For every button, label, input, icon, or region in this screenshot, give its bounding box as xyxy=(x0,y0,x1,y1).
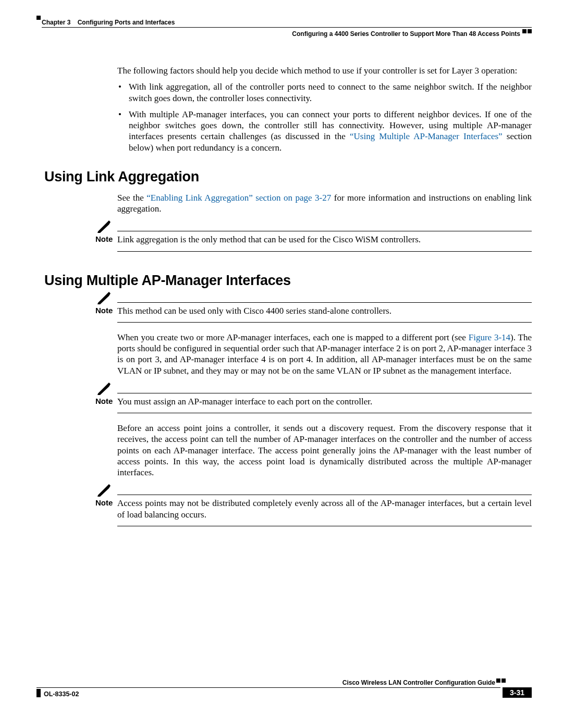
note-rule xyxy=(117,322,532,323)
section-title: Configuring a 4400 Series Controller to … xyxy=(292,30,520,38)
cross-reference-link[interactable]: Figure 3-14 xyxy=(469,332,510,342)
footer-square-icon xyxy=(501,678,506,683)
la-pre: See the xyxy=(117,193,146,203)
intro-paragraph: The following factors should help you de… xyxy=(117,65,532,76)
note-rule xyxy=(117,302,532,303)
note-rule xyxy=(117,231,532,231)
page-header: Chapter 3 Configuring Ports and Interfac… xyxy=(36,16,532,47)
note-rule xyxy=(117,393,532,393)
note-rule xyxy=(117,526,532,526)
footer-guide-title: Cisco Wireless LAN Controller Configurat… xyxy=(342,679,495,686)
la-paragraph: See the “Enabling Link Aggregation” sect… xyxy=(117,192,532,215)
note-label: Note xyxy=(95,235,113,243)
note-block: Note Link aggregation is the only method… xyxy=(44,226,532,251)
header-square-icon xyxy=(528,29,532,33)
pencil-icon xyxy=(96,381,111,395)
note-label: Note xyxy=(95,397,113,405)
footer-marker xyxy=(36,689,41,697)
list-item: With link aggregation, all of the contro… xyxy=(117,81,532,104)
pencil-icon xyxy=(96,291,111,304)
pencil-icon xyxy=(96,483,111,497)
chapter-line: Chapter 3 Configuring Ports and Interfac… xyxy=(42,19,175,26)
note-label: Note xyxy=(95,306,113,315)
note-rule xyxy=(117,495,532,495)
chapter-title: Configuring Ports and Interfaces xyxy=(78,19,175,26)
header-rule xyxy=(42,27,532,28)
header-marker xyxy=(36,16,41,20)
note-text: Link aggregation is the only method that… xyxy=(117,226,532,248)
note-label: Note xyxy=(95,498,113,507)
page-number-badge: 3-31 xyxy=(503,687,532,698)
note-text: You must assign an AP-manager interface … xyxy=(117,388,532,410)
note-text: This method can be used only with Cisco … xyxy=(117,297,532,319)
note-block: Note Access points may not be distribute… xyxy=(44,489,532,526)
cross-reference-link[interactable]: “Using Multiple AP-Manager Interfaces” xyxy=(350,131,503,141)
apm1-pre: When you create two or more AP-manager i… xyxy=(117,332,469,342)
note-rule xyxy=(117,413,532,413)
note-block: Note You must assign an AP-manager inter… xyxy=(44,388,532,413)
chapter-label: Chapter 3 xyxy=(42,19,70,26)
note-rule xyxy=(117,251,532,252)
header-square-icon xyxy=(522,29,527,33)
page-footer: Cisco Wireless LAN Controller Configurat… xyxy=(36,681,532,707)
cross-reference-link[interactable]: “Enabling Link Aggregation” section on p… xyxy=(146,193,331,203)
bullet-text: With link aggregation, all of the contro… xyxy=(129,82,532,103)
apm-paragraph-1: When you create two or more AP-manager i… xyxy=(117,332,532,376)
heading-using-link-aggregation: Using Link Aggregation xyxy=(44,169,532,185)
footer-rule xyxy=(36,687,500,688)
page-number: 3-31 xyxy=(510,688,524,697)
pencil-icon xyxy=(96,219,111,233)
list-item: With multiple AP-manager interfaces, you… xyxy=(117,109,532,153)
factor-list: With link aggregation, all of the contro… xyxy=(117,81,532,153)
footer-doc-number: OL-8335-02 xyxy=(44,690,79,698)
note-block: Note This method can be used only with C… xyxy=(44,297,532,323)
footer-square-icon xyxy=(496,678,500,683)
heading-using-multiple-apmanager: Using Multiple AP-Manager Interfaces xyxy=(44,273,532,289)
apm-paragraph-2: Before an access point joins a controlle… xyxy=(117,423,532,478)
content-area: The following factors should help you de… xyxy=(36,65,532,665)
